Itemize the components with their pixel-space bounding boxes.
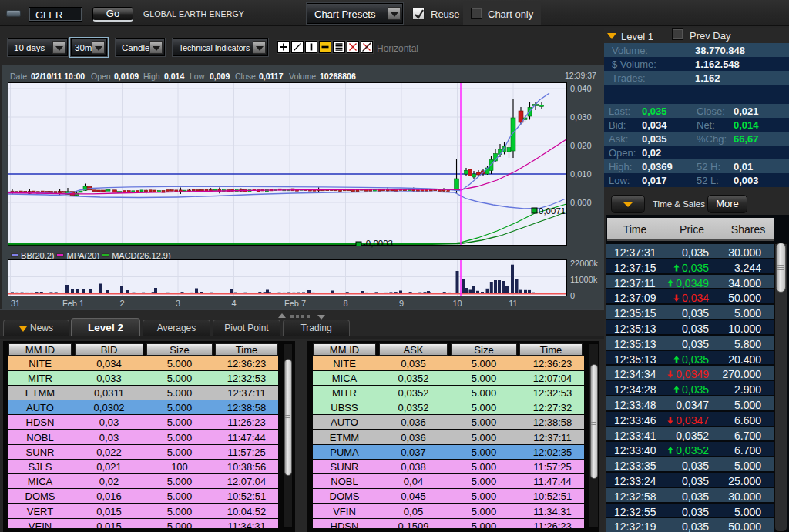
- svg-text:0,0071: 0,0071: [539, 206, 566, 216]
